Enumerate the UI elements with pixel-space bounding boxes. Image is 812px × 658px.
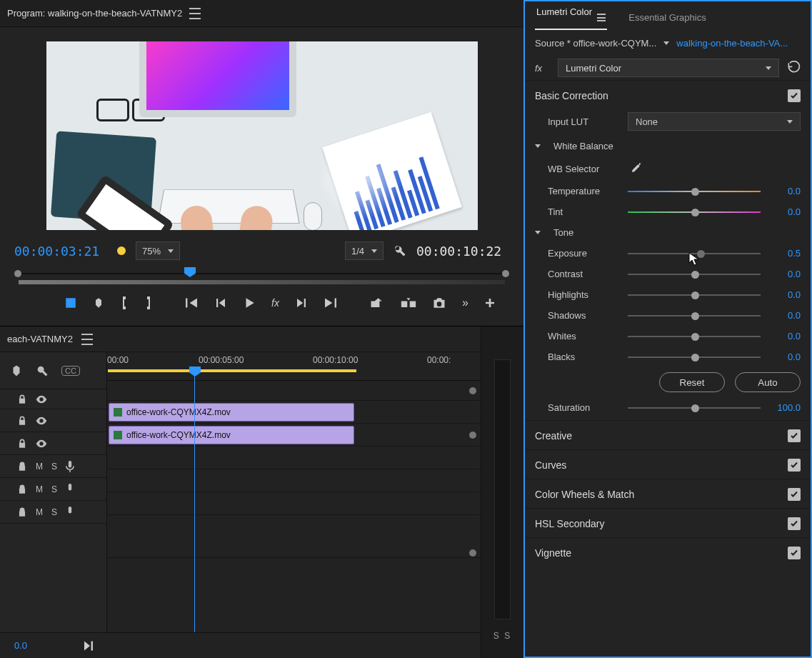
- add-marker-icon[interactable]: [64, 296, 77, 310]
- zoom-bar[interactable]: [19, 280, 505, 284]
- step-back-icon[interactable]: [214, 296, 227, 310]
- contrast-label: Contrast: [548, 269, 621, 279]
- step-forward-icon[interactable]: [295, 296, 308, 310]
- highlights-slider[interactable]: [628, 290, 761, 300]
- saturation-value[interactable]: 100.0: [768, 402, 801, 413]
- solo-toggle[interactable]: S: [51, 484, 57, 494]
- lock-icon[interactable]: [17, 462, 27, 472]
- panel-menu-icon[interactable]: [189, 8, 201, 19]
- section-toggle-checkbox[interactable]: [788, 547, 801, 559]
- lock-icon[interactable]: [17, 416, 27, 426]
- section-color-wheels[interactable]: Color Wheels & Match: [525, 479, 811, 508]
- tint-slider[interactable]: [628, 207, 761, 217]
- reset-button[interactable]: Reset: [659, 372, 725, 392]
- fx-icon[interactable]: fx: [271, 296, 279, 310]
- timeline-tracks-area[interactable]: 00:00 00:00:05:00 00:00:10:00 00:00: off…: [107, 352, 481, 632]
- tab-essential-graphics[interactable]: Essential Graphics: [627, 12, 707, 30]
- timeline-tab[interactable]: each-VATNMY2: [7, 334, 73, 344]
- whites-value[interactable]: 0.0: [768, 331, 801, 342]
- exposure-value[interactable]: 0.5: [768, 248, 801, 259]
- current-timecode[interactable]: 00:00:03:21: [14, 244, 107, 259]
- extract-icon[interactable]: [401, 296, 416, 310]
- zoom-dropdown[interactable]: 75%: [136, 241, 180, 260]
- video-preview[interactable]: [46, 41, 478, 230]
- section-curves[interactable]: Curves: [525, 449, 811, 479]
- section-vignette[interactable]: Vignette: [525, 537, 811, 567]
- input-lut-dropdown[interactable]: None: [628, 112, 801, 131]
- auto-button[interactable]: Auto: [735, 372, 801, 392]
- mic-icon[interactable]: [66, 484, 74, 495]
- section-toggle-checkbox[interactable]: [788, 459, 801, 472]
- eye-icon[interactable]: [36, 417, 47, 425]
- timeline-wrench-icon[interactable]: [36, 364, 49, 377]
- shadows-slider[interactable]: [628, 311, 761, 321]
- twist-down-icon[interactable]: [535, 231, 541, 234]
- lock-icon[interactable]: [17, 507, 27, 517]
- mute-toggle[interactable]: M: [36, 484, 43, 494]
- temperature-value[interactable]: 0.0: [768, 186, 801, 196]
- whites-slider[interactable]: [628, 332, 761, 342]
- video-clip[interactable]: office-work-CQYMX4Z.mov: [109, 403, 354, 422]
- skip-end-icon[interactable]: [84, 641, 96, 651]
- audio-clip[interactable]: office-work-CQYMX4Z.mov: [109, 426, 354, 444]
- tone-header[interactable]: Tone: [553, 227, 573, 238]
- exposure-slider[interactable]: [628, 249, 761, 259]
- marker-icon[interactable]: [93, 296, 104, 310]
- chevron-down-icon[interactable]: [663, 41, 669, 45]
- add-button-icon[interactable]: [484, 296, 496, 310]
- section-title[interactable]: Basic Correction: [535, 90, 608, 101]
- section-toggle-checkbox[interactable]: [788, 517, 801, 530]
- solo-toggle[interactable]: S: [51, 507, 57, 517]
- shadows-value[interactable]: 0.0: [768, 310, 801, 321]
- playhead-icon[interactable]: [184, 267, 196, 277]
- section-hsl-secondary[interactable]: HSL Secondary: [525, 508, 811, 537]
- section-toggle-checkbox[interactable]: [788, 89, 801, 102]
- temperature-slider[interactable]: [628, 186, 761, 196]
- timeline-marker-icon[interactable]: [10, 364, 23, 377]
- eyedropper-icon[interactable]: [628, 161, 642, 176]
- program-scrubber[interactable]: [14, 270, 509, 277]
- timeline-ruler[interactable]: 00:00 00:00:05:00 00:00:10:00 00:00:: [107, 352, 481, 381]
- lock-icon[interactable]: [17, 394, 27, 404]
- solo-toggle[interactable]: S: [51, 462, 57, 472]
- tab-lumetri-color[interactable]: Lumetri Color: [535, 6, 607, 30]
- contrast-slider[interactable]: [628, 269, 761, 279]
- section-toggle-checkbox[interactable]: [788, 429, 801, 442]
- settings-wrench-icon[interactable]: [394, 244, 406, 257]
- lock-icon[interactable]: [17, 484, 27, 494]
- mark-in-icon[interactable]: [120, 296, 129, 310]
- reset-effect-icon[interactable]: [786, 61, 801, 75]
- highlights-value[interactable]: 0.0: [768, 289, 801, 300]
- mark-out-icon[interactable]: [144, 296, 153, 310]
- more-icon[interactable]: »: [462, 296, 468, 310]
- mute-toggle[interactable]: M: [36, 462, 43, 472]
- mic-icon[interactable]: [66, 461, 74, 472]
- eye-icon[interactable]: [36, 439, 47, 448]
- section-creative[interactable]: Creative: [525, 420, 811, 449]
- blacks-slider[interactable]: [628, 352, 761, 362]
- export-frame-icon[interactable]: [432, 296, 446, 310]
- mic-icon[interactable]: [66, 507, 74, 518]
- contrast-value[interactable]: 0.0: [768, 269, 801, 279]
- white-balance-header[interactable]: White Balance: [553, 141, 613, 151]
- captions-icon[interactable]: CC: [61, 366, 80, 376]
- go-to-out-icon[interactable]: [324, 296, 338, 310]
- eye-icon[interactable]: [36, 395, 47, 404]
- lift-icon[interactable]: [369, 296, 385, 310]
- timeline-zoom-value[interactable]: 0.0: [14, 640, 27, 651]
- panel-menu-icon[interactable]: [597, 14, 606, 21]
- resolution-dropdown[interactable]: 1/4: [345, 241, 384, 260]
- section-toggle-checkbox[interactable]: [788, 488, 801, 501]
- timeline-playhead-icon[interactable]: [189, 367, 201, 377]
- twist-down-icon[interactable]: [535, 144, 541, 148]
- saturation-slider[interactable]: [628, 403, 761, 413]
- lock-icon[interactable]: [17, 439, 27, 449]
- effect-selector[interactable]: Lumetri Color: [558, 59, 779, 77]
- mute-toggle[interactable]: M: [36, 507, 43, 517]
- sequence-link[interactable]: walking-on-the-beach-VA...: [676, 38, 788, 49]
- play-icon[interactable]: [243, 296, 256, 310]
- go-to-in-icon[interactable]: [184, 296, 199, 310]
- tint-value[interactable]: 0.0: [768, 206, 801, 217]
- blacks-value[interactable]: 0.0: [768, 352, 801, 362]
- panel-menu-icon[interactable]: [81, 334, 93, 345]
